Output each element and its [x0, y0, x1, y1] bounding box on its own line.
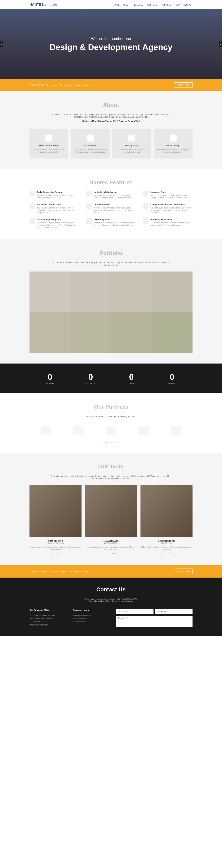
nav-about[interactable]: ABOUT [123, 4, 130, 6]
feature-icon [143, 218, 148, 224]
download-button[interactable]: DOWNLOAD [173, 82, 192, 88]
card-icon [87, 134, 94, 142]
nav-team[interactable]: TEAM [175, 4, 180, 6]
contact-title: Contact Us [30, 586, 192, 593]
partner-logo[interactable] [106, 426, 116, 435]
stat-item: 0CLIENTS [70, 372, 111, 384]
about-desc: Nantes is a clean, responsive bootstrap … [50, 113, 172, 122]
feature-item: Custom WidgetsWe include our own widgets… [86, 204, 136, 214]
about-section: About Nantes is a clean, responsive boot… [0, 91, 222, 169]
social-links[interactable]: ftGinbe [140, 553, 192, 555]
card-icon [45, 134, 52, 142]
feature-icon [143, 204, 148, 209]
feature-item: Unlimited Widget AreasWe include just th… [86, 191, 136, 199]
cta-bar-2: This is Call To Action module. One click… [0, 565, 222, 578]
partner-logo[interactable] [40, 426, 51, 435]
nav-contact[interactable]: CONTACT [184, 4, 192, 6]
about-card: PhotographyAccusamus et iusto odio digni… [113, 129, 151, 158]
contact-form [116, 609, 192, 627]
header: NANTEStemplate HOMEABOUTFEATURESPORTFOLI… [0, 0, 222, 9]
partners-section: Our Partners Mida sit una namet, cons ue… [0, 393, 222, 453]
nav-features[interactable]: FEATURES [133, 4, 143, 6]
card-icon [170, 134, 177, 142]
main-nav: HOMEABOUTFEATURESPORTFOLIOPARTNERSTEAMCO… [114, 3, 192, 6]
portfolio-item[interactable] [152, 272, 192, 312]
cta-text-2: This is Call To Action module. One click… [30, 570, 91, 573]
about-card: Web DevelopmentAt vero eos et accusamus … [30, 129, 68, 158]
features-title: Nantes Features [30, 179, 192, 186]
team-member: TOM BEKERSCEO & WEB DESIGNEtiam eta una … [30, 485, 82, 555]
portfolio-item[interactable] [30, 272, 70, 312]
feature-item: Compatible with Latest WordPressWe conti… [143, 204, 192, 214]
office-info: Our Business Office2422 Street, Barcelon… [30, 609, 68, 627]
portfolio-item[interactable] [111, 312, 152, 353]
hero-prev-arrow[interactable]: ‹ [0, 41, 3, 47]
nav-portfolio[interactable]: PORTFOLIO [147, 4, 157, 6]
portfolio-item[interactable] [111, 272, 152, 312]
partner-pagination[interactable] [30, 442, 192, 442]
email-input[interactable] [155, 609, 192, 614]
feature-item: Custom Page TemplatesOur themes come pac… [30, 218, 79, 229]
logo[interactable]: NANTEStemplate [30, 3, 57, 7]
stat-item: 0TEAM [111, 372, 152, 384]
partner-logo[interactable] [171, 426, 182, 435]
feature-icon [86, 204, 92, 209]
social-links[interactable]: ftGinbe [30, 553, 82, 555]
hero-section: ‹ We are the number one Design & Develop… [0, 9, 222, 79]
team-title: Our Team [30, 463, 192, 470]
team-photo [140, 485, 192, 537]
cta-bar: This is Call To Action module. One click… [0, 79, 222, 91]
portfolio-item[interactable] [30, 312, 70, 353]
contact-desc: If you have some Questions or need Help!… [30, 598, 192, 602]
team-member: LINA GOSATAPHOTOGRAPHYFraska eta una nam… [85, 485, 137, 555]
partners-desc: Mida sit una namet, cons uectetur adipis… [50, 415, 172, 418]
team-member: JOHN BEKERSMARKETINGDidia dal cuis namet… [140, 485, 192, 555]
team-photo [30, 485, 82, 537]
hero-next-arrow[interactable]: › [219, 41, 222, 47]
team-section: Our Team A creative agency based on Cand… [0, 453, 222, 565]
stat-item: 0AWARDS [30, 372, 70, 384]
hours-info: Business HoursWeekdays 9am to 8pmSaturda… [73, 609, 111, 627]
download-button-2[interactable]: DOWNLOAD [173, 568, 192, 574]
message-input[interactable] [116, 616, 192, 627]
feature-item: Fully Responsive DesignINFRA theme looks… [30, 191, 79, 199]
about-card: VisualisationTemporibus autem quibusdam … [71, 129, 110, 158]
portfolio-section: Portfolio Our portfolio is the best way … [0, 239, 222, 364]
card-icon [128, 134, 135, 142]
nav-partners[interactable]: PARTNERS [161, 4, 171, 6]
feature-icon [30, 204, 35, 209]
nav-home[interactable]: HOME [114, 4, 120, 6]
feature-item: Icons and FontsWe include FontAwesome Ic… [143, 191, 192, 199]
partner-logo[interactable] [138, 426, 149, 435]
about-title: About [30, 102, 192, 108]
portfolio-item[interactable] [152, 312, 192, 353]
feature-icon [30, 218, 35, 224]
team-photo [85, 485, 137, 537]
feature-icon [30, 191, 35, 196]
portfolio-item[interactable] [70, 272, 111, 312]
feature-icon [143, 191, 148, 196]
feature-item: AD ManagementYou can place various sizes… [86, 218, 136, 229]
feature-item: Bootstrap FrameworkThe theme is based on… [143, 218, 192, 229]
feature-item: Advanced Control PanelYou can take full … [30, 204, 79, 214]
stat-item: 0PROJECT [152, 372, 192, 384]
name-input[interactable] [116, 609, 154, 614]
partners-title: Our Partners [30, 404, 192, 410]
portfolio-title: Portfolio [30, 250, 192, 256]
contact-section: Contact Us If you have some Questions or… [0, 578, 222, 636]
portfolio-item[interactable] [70, 312, 111, 353]
about-card: UI/UX DesignSaepe evenit rerum hic tenet… [154, 129, 192, 158]
partner-logo[interactable] [73, 426, 84, 435]
hero-title: Design & Development Agency [50, 43, 172, 52]
team-desc: A creative agency based on Candy Land, r… [50, 475, 172, 480]
cta-text: This is Call To Action module. One click… [30, 84, 91, 87]
portfolio-desc: Our portfolio is the best way to show ou… [50, 261, 172, 266]
stats-section: 0AWARDS0CLIENTS0TEAM0PROJECT [0, 364, 222, 393]
social-links[interactable]: ftGinbe [85, 553, 137, 555]
hero-subtitle: We are the number one [50, 36, 172, 41]
features-section: Nantes Features Fully Responsive DesignI… [0, 169, 222, 239]
feature-icon [86, 191, 92, 196]
feature-icon [86, 218, 92, 224]
